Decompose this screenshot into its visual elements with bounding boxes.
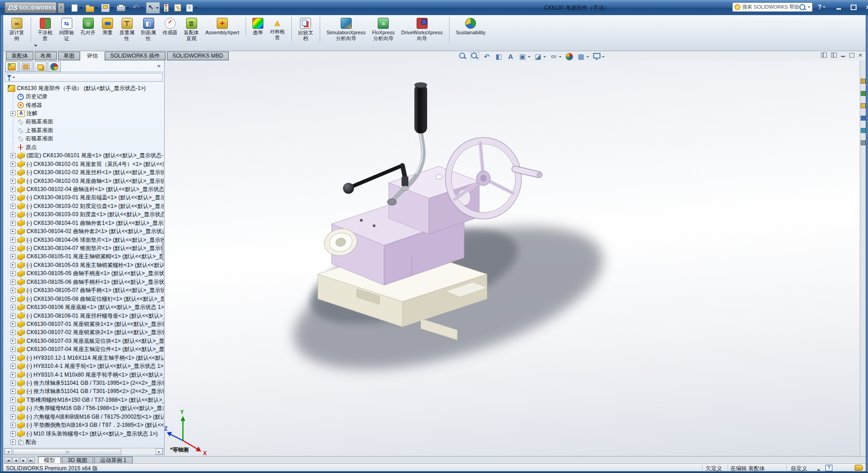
tree-item[interactable]: (-) 平垫圈倒角型A级16×3 GB / T97．2-1985<1> (默认<… — [3, 421, 164, 430]
next-tab-button[interactable]: ▶ — [20, 457, 27, 463]
save-button[interactable] — [100, 2, 114, 13]
undo-button[interactable] — [131, 2, 145, 13]
mass-properties-button[interactable]: 质量属 性 — [116, 17, 138, 43]
displaymanager-tab[interactable] — [48, 61, 61, 72]
zoom-fit-button[interactable] — [459, 52, 467, 61]
tree-item[interactable]: (-) CK6130-08103-03 刻度盘<1> (默认<<默认>_显示状态… — [3, 211, 164, 219]
tree-item[interactable]: (-) CK6130-08105-08 曲轴定位螺钉<1> (默认<<默认>_显… — [3, 295, 164, 303]
propertymanager-tab[interactable] — [19, 61, 32, 72]
expand-plus-icon[interactable] — [11, 431, 16, 436]
section-view-button[interactable] — [494, 52, 503, 61]
expand-plus-icon[interactable] — [11, 356, 16, 361]
configurationmanager-tab[interactable] — [33, 61, 47, 72]
tree-item[interactable]: 上视基准面 — [3, 126, 164, 134]
tree-item[interactable]: CK6130-08104-02 曲轴外套2<1> (默认<<默认>_显示状态-1… — [3, 227, 164, 235]
design-study-dropdown-icon[interactable] — [34, 45, 38, 48]
expand-plus-icon[interactable] — [11, 111, 16, 116]
resources-home-icon[interactable] — [861, 79, 866, 84]
view-orientation-button[interactable] — [518, 52, 530, 61]
expand-plus-icon[interactable] — [11, 288, 16, 293]
expand-plus-icon[interactable] — [11, 162, 16, 167]
expand-plus-icon[interactable] — [11, 423, 16, 428]
tree-item[interactable]: (-) HY8310.4-1 M10x80 尾座手轮手柄<1> (默认<<默认>… — [3, 371, 164, 379]
file-explorer-icon[interactable] — [861, 103, 866, 108]
simulationxpress-button[interactable]: SimulationXpress 分析向导 — [323, 17, 369, 43]
expand-plus-icon[interactable] — [11, 406, 16, 411]
split-pane-left-icon[interactable] — [821, 53, 827, 58]
rebuild-button[interactable] — [161, 2, 171, 13]
document-restore-icon[interactable] — [849, 53, 854, 58]
expand-plus-icon[interactable] — [11, 314, 16, 319]
expand-plus-icon[interactable] — [11, 204, 16, 209]
expand-plus-icon[interactable] — [11, 246, 16, 251]
close-button[interactable]: × — [863, 4, 868, 11]
annotation-views-button[interactable] — [506, 52, 515, 61]
expand-plus-icon[interactable] — [11, 440, 16, 445]
tree-item[interactable]: CK6130-08102-04 曲轴连杆<1> (默认<<默认>_显示状态-1>… — [3, 185, 164, 193]
sustainability-button[interactable]: Sustainability — [453, 17, 489, 37]
command-tab[interactable]: SOLIDWORKS 插件 — [105, 52, 166, 60]
tree-item[interactable]: (-) M10 球头装饰螺母<1> (默认<<默认>_显示状态 1>) — [3, 430, 164, 438]
tree-item[interactable]: (固定) CK6130-08101 尾座<1> (默认<<默认>_显示状态-1>… — [3, 152, 164, 160]
expand-plus-icon[interactable] — [11, 372, 16, 377]
assembly-visualization-button[interactable]: 装配体 直观 — [181, 17, 202, 43]
expand-plus-icon[interactable] — [11, 297, 16, 302]
tree-item[interactable]: (-) 六角厚螺母M16 GB / T56-1988<1> (默认<<默认>_显… — [3, 404, 164, 413]
view-settings-button[interactable] — [592, 52, 605, 61]
custom-properties-tag-icon[interactable] — [855, 465, 863, 471]
design-library-icon[interactable] — [861, 91, 866, 96]
command-tab[interactable]: SOLIDWORKS MBD — [167, 52, 229, 60]
previous-view-button[interactable] — [482, 52, 491, 61]
driveworksxpress-button[interactable]: DriveWorksXpress 向导 — [398, 17, 450, 43]
help-button[interactable]: ? — [818, 3, 825, 11]
tree-item[interactable]: 历史记录 — [3, 92, 164, 101]
zoom-area-button[interactable] — [471, 52, 479, 61]
tree-item[interactable]: (-) CK6130-08104-06 球面垫片<1> (默认<<默认>_显示状… — [3, 236, 164, 244]
tree-item[interactable]: CK6130-08107-02 尾座锁紧块2<1> (默认<<默认>_显示状态-… — [3, 329, 164, 337]
status-expand-caret-icon[interactable] — [817, 467, 820, 471]
tree-item[interactable]: (-) CK6130-08102-03 尾座曲轴<1> (默认<<默认>_显示状… — [3, 177, 164, 185]
select-button[interactable] — [146, 2, 160, 14]
expand-plus-icon[interactable] — [11, 195, 16, 200]
tree-item[interactable]: (-) 六角螺母A级和B级M16 GB / T6175-20002型<1> (默… — [3, 413, 164, 421]
floxpress-button[interactable]: FloXpress 分析向导 — [369, 17, 398, 43]
symmetry-check-button[interactable]: 对称检 查 — [267, 17, 292, 42]
tree-item[interactable]: (-) CK6130-08105-03 尾座主轴锁紧螺栓<1> (默认<<默认>… — [3, 261, 164, 269]
tree-item[interactable]: (-) 推力球轴承511041 GB / T301-1995<2> (2<<2>… — [3, 388, 164, 396]
document-minimize-icon[interactable] — [841, 56, 845, 57]
tree-item[interactable]: 注解 — [3, 109, 164, 117]
last-tab-button[interactable]: ▶| — [28, 457, 35, 463]
custom-properties-icon[interactable] — [861, 140, 866, 145]
tree-item[interactable]: CK6130-08106 尾座底板<1> (默认<<默认>_显示状态 1>) — [3, 303, 164, 311]
hole-alignment-button[interactable]: 孔对齐 — [77, 17, 99, 37]
curvature-button[interactable]: 曲率 — [249, 17, 267, 37]
prev-tab-button[interactable]: ◀ — [12, 457, 19, 463]
tree-item[interactable]: (-) CK6130-08105-07 曲轴手柄<1> (默认<<默认>_显示状… — [3, 287, 164, 295]
expand-plus-icon[interactable] — [11, 271, 16, 276]
options-button[interactable] — [172, 2, 183, 13]
command-tab[interactable]: 装配体 — [6, 52, 33, 60]
featuremanager-tab[interactable] — [5, 61, 18, 72]
sensor-button[interactable]: 传感器 — [159, 17, 181, 37]
print-button[interactable] — [116, 2, 130, 13]
expand-plus-icon[interactable] — [11, 364, 16, 369]
model-spindle-housing[interactable] — [389, 166, 479, 234]
tree-item[interactable]: (-) 推力球轴承511041 GB / T301-1995<1> (2<<2>… — [3, 379, 164, 387]
search-icon[interactable] — [799, 4, 805, 10]
expand-plus-icon[interactable] — [11, 398, 16, 403]
tree-item[interactable]: 传感器 — [3, 101, 164, 109]
tree-item[interactable]: CK6130-08105-06 曲轴手柄杆<1> (默认<<默认>_显示状态-1… — [3, 278, 164, 286]
tree-item[interactable]: 配合 — [3, 438, 164, 446]
new-document-button[interactable] — [70, 2, 83, 13]
expand-plus-icon[interactable] — [11, 254, 16, 259]
tree-item[interactable]: CK6130-08107-01 尾座锁紧块1<1> (默认<<默认>_显示状态-… — [3, 320, 164, 328]
help-dropdown-icon[interactable] — [823, 6, 825, 9]
section-properties-button[interactable]: 剖面属 性 — [138, 17, 159, 43]
scroll-right-icon[interactable]: ▸ — [155, 448, 163, 455]
hide-show-items-button[interactable] — [549, 52, 562, 61]
expand-plus-icon[interactable] — [11, 238, 16, 243]
tree-item[interactable]: (-) CK6130-08102-01 尾座套筒（莫氏4号）<1> (默认<<默… — [3, 160, 164, 168]
command-tab[interactable]: 布局 — [35, 52, 57, 60]
help-search-box[interactable]: 搜索 SOLIDWORKS 帮助 — [732, 2, 813, 12]
tree-item[interactable]: 右视基准面 — [3, 135, 164, 143]
